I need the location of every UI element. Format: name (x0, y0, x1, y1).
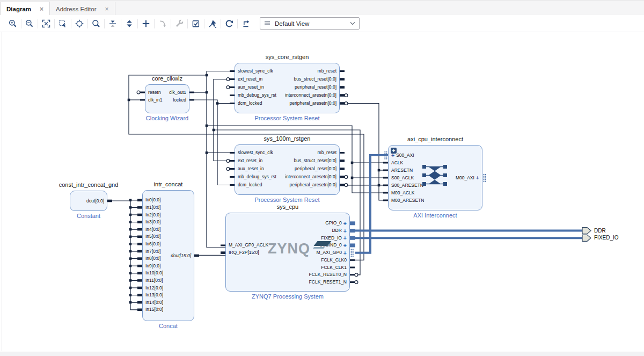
tab-address-editor[interactable]: Address Editor × (50, 2, 115, 16)
interface-pending-dots (386, 153, 387, 154)
port-stub[interactable] (107, 200, 112, 202)
port-stub[interactable] (383, 185, 388, 186)
add-ip-icon[interactable] (141, 19, 151, 28)
port-stub[interactable] (137, 199, 142, 202)
port-stub[interactable] (340, 86, 345, 89)
bus-port-stub[interactable] (350, 236, 355, 240)
port-stub[interactable] (137, 236, 142, 238)
port-stub[interactable] (137, 309, 142, 311)
port-stub[interactable] (383, 177, 388, 179)
port-stub[interactable] (189, 92, 194, 93)
port-stub[interactable] (230, 78, 235, 80)
net-wire[interactable] (189, 100, 235, 185)
external-port-FIXED_IO[interactable] (582, 235, 591, 241)
zoom-fit-icon[interactable] (41, 19, 51, 28)
regenerate-layout-icon[interactable] (224, 19, 234, 28)
port-stub[interactable] (230, 103, 235, 104)
net-wire[interactable] (214, 130, 235, 161)
port-stub[interactable] (137, 272, 142, 275)
port-stub[interactable] (137, 221, 142, 223)
port-stub[interactable] (137, 243, 142, 245)
zoom-out-icon[interactable] (25, 19, 34, 28)
port-stub[interactable] (383, 192, 388, 194)
zoom-in-icon[interactable] (8, 19, 18, 28)
port-stub[interactable] (137, 265, 142, 267)
port-stub[interactable] (340, 159, 345, 162)
port-stub[interactable] (383, 162, 388, 164)
port-stub[interactable] (340, 168, 345, 170)
port-stub[interactable] (383, 170, 388, 171)
zoom-to-selection-icon[interactable] (58, 19, 68, 28)
port-stub[interactable] (137, 279, 142, 282)
bus-port-stub[interactable] (350, 229, 355, 233)
port-stub[interactable] (137, 228, 142, 231)
port-stub[interactable] (137, 206, 142, 209)
wire-junction (206, 125, 208, 127)
port-stub[interactable] (189, 99, 194, 101)
validate-design-icon[interactable] (191, 19, 201, 28)
port-stub[interactable] (230, 168, 235, 170)
net-wire[interactable] (214, 79, 360, 275)
port-stub[interactable] (350, 281, 355, 283)
port-stub[interactable] (137, 257, 142, 260)
port-stub[interactable] (230, 70, 235, 72)
net-wire[interactable] (342, 104, 388, 201)
fit-selection-icon[interactable] (75, 19, 84, 28)
close-icon[interactable]: × (40, 6, 43, 12)
port-stub[interactable] (137, 250, 142, 253)
port-stub[interactable] (340, 152, 345, 154)
port-stub[interactable] (230, 160, 235, 162)
port-stub[interactable] (137, 301, 142, 304)
port-stub[interactable] (383, 200, 388, 201)
make-connection-icon[interactable] (158, 19, 167, 28)
port-stub[interactable] (340, 78, 345, 81)
port-stub[interactable] (340, 70, 345, 72)
port-stub[interactable] (230, 184, 235, 186)
port-stub[interactable] (340, 94, 345, 97)
port-stub[interactable] (137, 287, 142, 289)
port-stub[interactable] (230, 152, 235, 154)
search-icon[interactable] (91, 19, 101, 28)
bus-port-stub[interactable] (350, 243, 355, 247)
port-stub[interactable] (137, 294, 142, 296)
bus-port-stub[interactable] (350, 221, 355, 225)
port-stub[interactable] (340, 184, 345, 186)
interface-pending-dots (386, 155, 387, 156)
external-port-DDR[interactable] (582, 228, 591, 234)
tab-diagram-label: Diagram (6, 6, 31, 12)
port-stub[interactable] (340, 102, 345, 105)
net-wire[interactable] (129, 75, 364, 260)
port-stub[interactable] (230, 95, 235, 96)
net-wire[interactable] (207, 126, 388, 193)
toolbar-divider (121, 19, 121, 28)
net-wire[interactable] (107, 201, 142, 310)
port-stub[interactable] (350, 259, 355, 261)
interface-pending-dots (351, 254, 352, 255)
horizontal-scrollbar[interactable] (0, 352, 644, 356)
port-stub[interactable] (350, 274, 355, 275)
port-stub[interactable] (221, 244, 225, 246)
interface-pending-dots (351, 249, 352, 250)
toolbar-divider (54, 19, 55, 28)
port-stub[interactable] (194, 255, 199, 257)
expand-hierarchy-icon[interactable] (125, 19, 134, 28)
port-stub[interactable] (140, 99, 145, 101)
view-selector[interactable]: Default View (260, 17, 360, 30)
optimize-routing-icon[interactable] (241, 19, 251, 28)
close-icon[interactable]: × (105, 6, 108, 12)
port-stub[interactable] (350, 267, 355, 268)
customize-block-icon[interactable] (174, 19, 184, 28)
port-stub[interactable] (137, 214, 142, 216)
toolbar-divider (38, 19, 38, 28)
tab-diagram[interactable]: Diagram × (0, 2, 50, 16)
port-stub[interactable] (221, 251, 225, 254)
collapse-hierarchy-icon[interactable] (108, 19, 118, 28)
pin-icon[interactable] (208, 19, 217, 28)
port-stub[interactable] (230, 176, 235, 178)
port-stub[interactable] (230, 86, 235, 88)
tab-bar: Diagram × Address Editor × (0, 0, 644, 16)
port-stub[interactable] (140, 92, 145, 93)
port-stub[interactable] (340, 176, 345, 178)
diagram-canvas[interactable]: const_intr_concat_gndConstantdout[0:0]in… (0, 0, 644, 356)
interface-pending-dots (484, 176, 485, 177)
